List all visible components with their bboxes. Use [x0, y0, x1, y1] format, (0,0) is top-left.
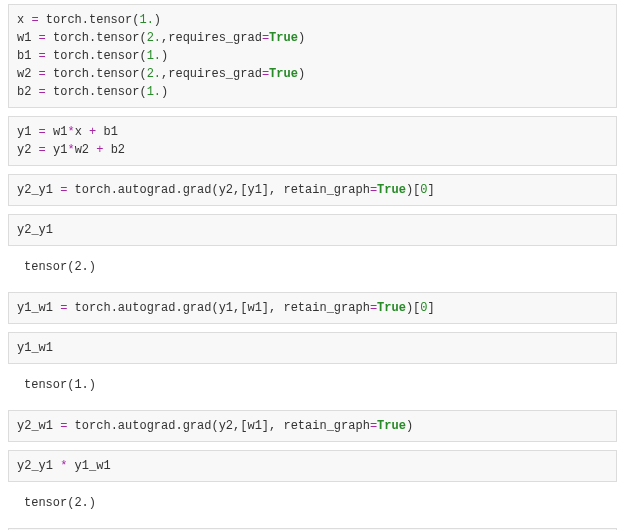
code-line: y1_w1 [17, 341, 53, 355]
code-line: b2 = torch.tensor(1.) [17, 85, 168, 99]
code-cell-3: y2_y1 = torch.autograd.grad(y2,[y1], ret… [8, 174, 617, 206]
code-line: y2_y1 * y1_w1 [17, 459, 111, 473]
code-line: y1 = w1*x + b1 [17, 125, 118, 139]
code-line: y2_y1 [17, 223, 53, 237]
code-line: x = torch.tensor(1.) [17, 13, 161, 27]
code-line: y1_w1 = torch.autograd.grad(y1,[w1], ret… [17, 301, 435, 315]
code-line: w1 = torch.tensor(2.,requires_grad=True) [17, 31, 305, 45]
code-cell-4: y2_y1 [8, 214, 617, 246]
code-cell-5: y1_w1 = torch.autograd.grad(y1,[w1], ret… [8, 292, 617, 324]
code-line: b1 = torch.tensor(1.) [17, 49, 168, 63]
output-8: tensor(2.) [8, 490, 617, 520]
code-cell-8: y2_y1 * y1_w1 [8, 450, 617, 482]
output-4: tensor(2.) [8, 254, 617, 284]
code-cell-1: x = torch.tensor(1.) w1 = torch.tensor(2… [8, 4, 617, 108]
code-line: y2_y1 = torch.autograd.grad(y2,[y1], ret… [17, 183, 435, 197]
code-cell-6: y1_w1 [8, 332, 617, 364]
code-line: y2_w1 = torch.autograd.grad(y2,[w1], ret… [17, 419, 413, 433]
output-6: tensor(1.) [8, 372, 617, 402]
code-cell-2: y1 = w1*x + b1 y2 = y1*w2 + b2 [8, 116, 617, 166]
code-line: y2 = y1*w2 + b2 [17, 143, 125, 157]
code-line: w2 = torch.tensor(2.,requires_grad=True) [17, 67, 305, 81]
code-cell-7: y2_w1 = torch.autograd.grad(y2,[w1], ret… [8, 410, 617, 442]
